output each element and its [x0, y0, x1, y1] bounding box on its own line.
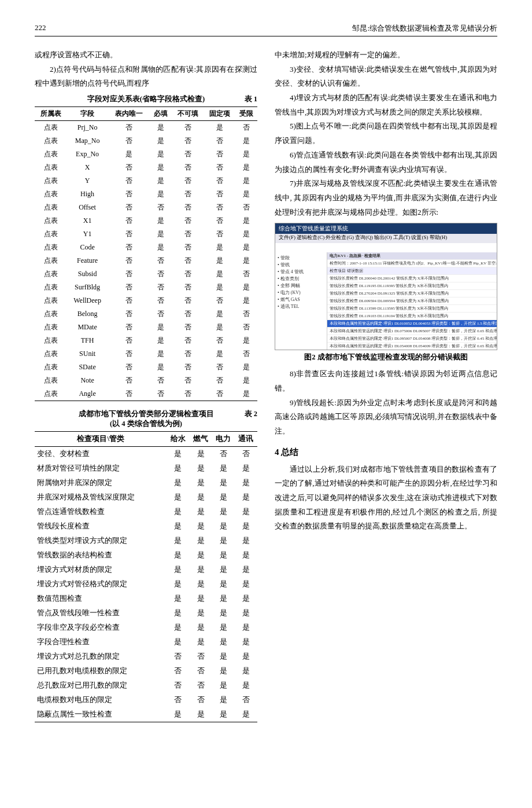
section-4-heading: 4 总结 [275, 447, 497, 458]
table1-cell: 点表 [35, 361, 66, 374]
table-row: 已用孔数对电缆根数的限定否否是是 [35, 664, 257, 678]
table1-cell: Note [66, 374, 108, 387]
table1-cell: 否 [172, 201, 204, 214]
fig-grid-row: 本段和终点属性照管远的限定·埋设1 DL095007 DL054008 埋设类型… [327, 335, 497, 343]
table2-cell: 是 [190, 577, 212, 592]
table1-cell: 点表 [35, 334, 66, 347]
table1-cell: 否 [108, 201, 150, 214]
table2-cell: 是 [212, 476, 235, 490]
table-row: 点表Prj_No否是否是否 [35, 121, 257, 135]
table2-cell: 总孔数应对已用孔数的限定 [35, 678, 167, 693]
table1-cell: 点表 [35, 267, 66, 281]
fig-tree-item: • 全部 网幅 [278, 282, 324, 289]
table1-cell: 是 [204, 267, 235, 281]
table2-cell: 是 [235, 519, 257, 534]
table1-cell: 否 [204, 387, 235, 401]
table1-cell: 是 [204, 321, 235, 334]
table2-header-cell: 给水 [167, 432, 189, 447]
table2-cell: 是 [235, 635, 257, 649]
table2-number: 表 2 [245, 409, 257, 419]
table1-cell: 否 [108, 121, 150, 135]
table1-cell: 点表 [35, 214, 66, 227]
table1-cell: 否 [235, 267, 257, 281]
table1-cell: 是 [235, 281, 257, 294]
table2-cell: 是 [167, 563, 189, 577]
table1-cell: High [66, 188, 108, 201]
table1-cell: 否 [172, 361, 204, 374]
table2-cell: 管线类型对埋设方式的限定 [35, 534, 167, 548]
table2-cell: 是 [212, 505, 235, 519]
fig-menubar: 文件(F) 逻辑检查(C) 外业检查(G) 查询(Q) 输出(O) 工具(T) … [275, 234, 497, 243]
table2-cell: 是 [235, 678, 257, 693]
table1-header-cell: 固定项 [204, 107, 235, 121]
table1-cell: 是 [235, 254, 257, 267]
table1-cell: 否 [172, 334, 204, 347]
table2-header-cell: 电力 [212, 432, 235, 447]
table2-cell: 是 [235, 490, 257, 505]
table1-cell: 否 [108, 174, 150, 188]
table2-cell: 是 [212, 635, 235, 649]
table2-cell: 是 [190, 563, 212, 577]
table1-cell: 点表 [35, 201, 66, 214]
table1-cell: Exp_No [66, 148, 108, 161]
table-row: 电缆根数对电压的限定否否是否 [35, 693, 257, 707]
table1-cell: 否 [235, 121, 257, 135]
fig-tree-item: • 管点 4 管线 [278, 269, 324, 276]
table2-cell: 是 [167, 592, 189, 606]
table2-cell: 是 [190, 534, 212, 548]
table2-cell: 管线数据的表结构检查 [35, 548, 167, 563]
table1-cell: 是 [150, 188, 172, 201]
fig-grid-row: 管线段长度检查 DL119103 DL119104 管线长度为 X米不限制范围内 [327, 313, 497, 320]
table-row: 埋设方式对材质的限定是是是是 [35, 563, 257, 577]
table1-cell: 是 [150, 347, 172, 361]
figure2-caption: 图2 成都市地下管线监理检查发现的部分错误截图 [275, 352, 497, 362]
table2-cell: 是 [212, 664, 235, 678]
table1-cell: X1 [66, 214, 108, 227]
table1-cell: 否 [108, 281, 150, 294]
table2-header-cell: 燃气 [190, 432, 212, 447]
table1-cell: 否 [108, 267, 150, 281]
table-row: 点表WellDeep否否否否是 [35, 294, 257, 307]
table2-cell: 材质对管径可填性的限定 [35, 461, 167, 476]
table1-cell: 是 [150, 227, 172, 241]
table2-cell: 是 [212, 678, 235, 693]
table2-cell: 是 [212, 649, 235, 664]
table1-cell: WellDeep [66, 294, 108, 307]
table2-cell: 是 [167, 461, 189, 476]
para-r4: 5)图上点号不唯一:此类问题在四类管线中都有出现,其原因是程序设置问题。 [275, 119, 497, 148]
table1-cell: 否 [204, 161, 235, 174]
table1-cell: Belong [66, 307, 108, 321]
table-row: 附属物对井底深的限定是是是是 [35, 476, 257, 490]
table1-cell: 否 [204, 374, 235, 387]
table-row: 数值范围检查是是是是 [35, 592, 257, 606]
table1-cell: 是 [150, 321, 172, 334]
table2-cell: 是 [167, 577, 189, 592]
table1-cell: 是 [235, 374, 257, 387]
table2-cell: 是 [190, 476, 212, 490]
table1-cell: 点表 [35, 121, 66, 135]
table2-cell: 是 [190, 592, 212, 606]
table1-cell: Offset [66, 201, 108, 214]
table1-cell: 点表 [35, 174, 66, 188]
table1-cell: 否 [172, 214, 204, 227]
para-l2: 2)点符号代码与特征点和附属物的匹配有误:其原因有在探测过程中遇到新增的点符号代… [35, 63, 257, 91]
para-r2: 3)变径、变材填写错误:此类错误发生在燃气管线中,其原因为对变径、变材的认识有偏… [275, 63, 497, 91]
table-row: 埋设方式对总孔数的限定否否是是 [35, 649, 257, 664]
table1-cell: 否 [235, 321, 257, 334]
table2-cell: 否 [167, 664, 189, 678]
table1-cell: SDate [66, 361, 108, 374]
table1-cell: 否 [204, 134, 235, 148]
table1-header-cell: 字段 [66, 107, 108, 121]
table2-cell: 否 [167, 693, 189, 707]
table1-cell: 点表 [35, 161, 66, 174]
table1-cell: 否 [172, 321, 204, 334]
table1-cell: 否 [172, 121, 204, 135]
table2-cell: 是 [235, 548, 257, 563]
table-row: 点表Map_No否是否否是 [35, 134, 257, 148]
table2-cell: 管点及管线段唯一性检查 [35, 606, 167, 620]
table1-cell: 是 [235, 134, 257, 148]
table-row: 点表TFH否是否否是 [35, 334, 257, 347]
table1-cell: 是 [235, 294, 257, 307]
table1-cell: SurfBldg [66, 281, 108, 294]
table1-cell: 否 [204, 174, 235, 188]
